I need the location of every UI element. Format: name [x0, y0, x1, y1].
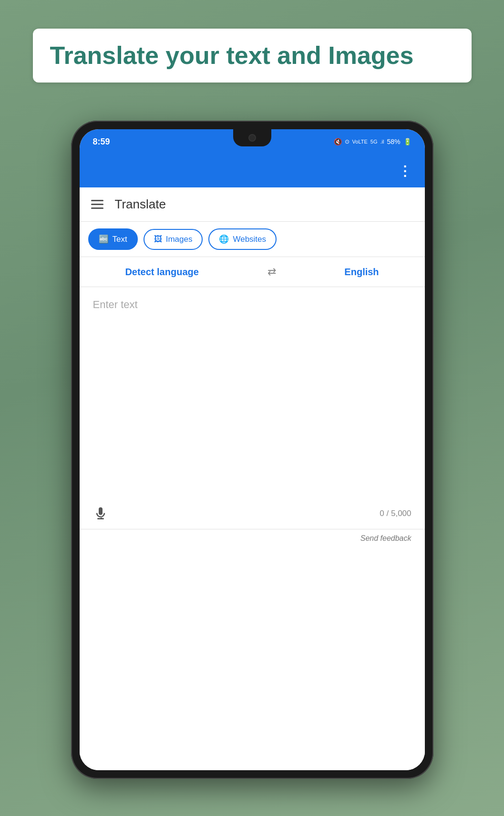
banner-title: Translate your text and Images	[50, 42, 454, 69]
hamburger-line-1	[91, 200, 103, 201]
5g-icon: 5G	[370, 139, 378, 145]
feedback-bar: Send feedback	[80, 529, 425, 547]
text-input-area: Enter text 0 / 5,000	[80, 287, 425, 529]
microphone-icon[interactable]	[93, 506, 108, 521]
volume-button-right	[432, 264, 433, 302]
hamburger-line-2	[91, 204, 103, 205]
hamburger-menu-button[interactable]	[91, 200, 103, 209]
status-time: 8:59	[93, 137, 110, 147]
tab-websites[interactable]: 🌐 Websites	[208, 228, 277, 250]
mute-icon: 🔇	[334, 138, 342, 145]
app-bar: ⋮	[80, 154, 425, 187]
tab-text-label: Text	[113, 235, 127, 244]
char-count: 0 / 5,000	[380, 509, 411, 518]
nav-header: Translate	[80, 187, 425, 222]
more-options-button[interactable]: ⋮	[398, 163, 411, 179]
network-icon: VoLTE	[352, 139, 368, 145]
language-bar: Detect language ⇄ English	[80, 257, 425, 287]
app-title: Translate	[115, 197, 166, 212]
phone-screen: 8:59 🔇 ⊙ VoLTE 5G .il 58% 🔋 ⋮	[80, 129, 425, 770]
hamburger-line-3	[91, 207, 103, 209]
website-icon: 🌐	[219, 234, 229, 244]
battery-icon: 🔋	[403, 138, 411, 145]
signal-icon: .il	[381, 139, 384, 145]
status-icons: 🔇 ⊙ VoLTE 5G .il 58% 🔋	[334, 138, 411, 145]
target-language-button[interactable]: English	[344, 267, 379, 278]
translation-output-area	[80, 547, 425, 770]
tab-bar: 🔤 Text 🖼 Images 🌐 Websites	[80, 222, 425, 257]
text-input-placeholder[interactable]: Enter text	[93, 299, 411, 311]
tab-text[interactable]: 🔤 Text	[88, 228, 138, 250]
tab-images[interactable]: 🖼 Images	[144, 229, 203, 250]
translate-icon: 🔤	[99, 234, 109, 244]
camera-dot	[248, 134, 256, 142]
image-icon: 🖼	[154, 235, 162, 244]
camera-notch	[233, 129, 271, 146]
power-button	[432, 216, 433, 254]
swap-languages-button[interactable]: ⇄	[267, 266, 276, 278]
volume-button-left	[71, 226, 72, 273]
text-input-spacer	[93, 319, 411, 500]
battery-text: 58%	[387, 138, 400, 145]
banner: Translate your text and Images	[33, 29, 472, 83]
app-content: Translate 🔤 Text 🖼 Images 🌐 Websites	[80, 187, 425, 770]
wifi-icon: ⊙	[345, 138, 350, 145]
source-language-button[interactable]: Detect language	[125, 267, 198, 278]
text-area-footer: 0 / 5,000	[93, 506, 411, 521]
phone-frame: 8:59 🔇 ⊙ VoLTE 5G .il 58% 🔋 ⋮	[71, 121, 433, 779]
tab-images-label: Images	[166, 235, 193, 244]
tab-websites-label: Websites	[233, 235, 266, 244]
send-feedback-link[interactable]: Send feedback	[360, 534, 411, 542]
